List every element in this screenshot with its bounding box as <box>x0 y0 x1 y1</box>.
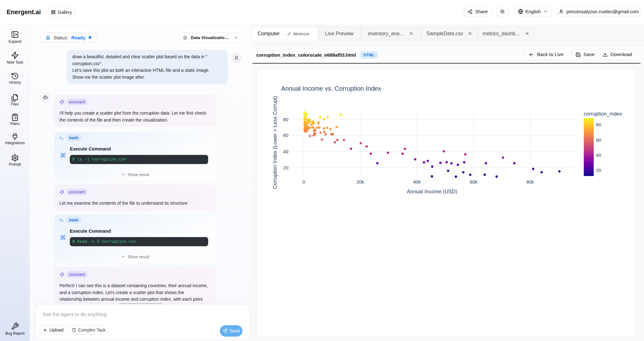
svg-text:Corruption Index (Lower = Less: Corruption Index (Lower = Less Corrupt) <box>272 96 278 189</box>
svg-text:60: 60 <box>596 137 601 143</box>
svg-text:40: 40 <box>596 152 601 158</box>
svg-text:40k: 40k <box>413 179 421 185</box>
svg-text:80: 80 <box>596 122 601 127</box>
svg-text:60k: 60k <box>470 179 478 185</box>
svg-text:Annual Income vs. Corruption I: Annual Income vs. Corruption Index <box>281 85 381 92</box>
svg-text:80k: 80k <box>526 179 534 185</box>
svg-text:20: 20 <box>596 168 601 173</box>
svg-text:corruption_index: corruption_index <box>584 111 622 117</box>
svg-text:40: 40 <box>283 149 288 154</box>
svg-text:80: 80 <box>283 117 288 122</box>
svg-text:0: 0 <box>303 179 305 185</box>
svg-text:20k: 20k <box>357 179 364 185</box>
svg-text:20: 20 <box>283 165 288 170</box>
svg-text:Annual Income (USD): Annual Income (USD) <box>407 189 457 194</box>
svg-text:60: 60 <box>283 133 288 138</box>
